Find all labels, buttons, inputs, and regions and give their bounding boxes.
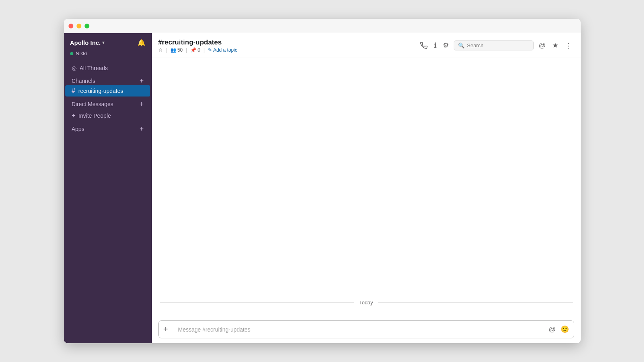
hash-icon: # [72,87,75,95]
star-button[interactable]: ★ [551,40,560,51]
message-input-box: + @ 🙂 [158,320,574,338]
channels-section: Channels + # recruiting-updates [64,74,152,97]
plus-icon: + [164,325,168,334]
search-input[interactable] [467,42,529,48]
workspace-name[interactable]: Apollo Inc. ▾ [70,39,105,46]
apps-section: Apps + [64,122,152,134]
members-meta[interactable]: 👥 50 [170,47,183,53]
more-icon: ⋮ [565,41,573,50]
emoji-icon: 🙂 [561,326,569,333]
dm-section-header: Direct Messages + [65,98,150,109]
today-label: Today [354,300,378,306]
message-area: Today [152,58,581,317]
sidebar-header: Apollo Inc. ▾ 🔔 [64,33,152,50]
sidebar-item-recruiting-updates[interactable]: # recruiting-updates [65,85,150,97]
apps-section-label: Apps [72,126,85,132]
channel-info: #recruiting-updates ☆ | 👥 50 | 📌 [158,38,237,53]
dm-section-label: Direct Messages [72,101,113,107]
members-count: 50 [178,47,183,53]
pins-count: 0 [198,47,200,53]
at-input-icon: @ [549,326,555,333]
add-channel-icon[interactable]: + [139,77,144,84]
user-status: Nikki [64,50,152,62]
today-divider: Today [160,300,573,306]
sidebar-item-invite-people[interactable]: + Invite People [65,110,150,121]
today-line-right [378,302,573,303]
add-dm-icon[interactable]: + [139,101,144,108]
star-meta-icon: ☆ [158,47,163,53]
direct-messages-section: Direct Messages + [64,97,152,109]
channel-header: #recruiting-updates ☆ | 👥 50 | 📌 [152,33,581,58]
search-icon: 🔍 [458,42,464,48]
app-window: Apollo Inc. ▾ 🔔 Nikki ◎ All Threads Cha [64,19,581,343]
settings-button[interactable]: ⚙ [441,40,450,51]
header-actions: ℹ ⚙ 🔍 @ ★ ⋮ [419,39,574,52]
sidebar-item-all-threads[interactable]: ◎ All Threads [65,63,150,73]
channels-section-header: Channels + [65,75,150,85]
add-topic-link[interactable]: ✎ Add a topic [208,47,237,53]
apps-section-header: Apps + [65,123,150,133]
add-topic-icon: ✎ [208,47,212,53]
star-meta[interactable]: ☆ [158,47,163,53]
invite-people-section: + Invite People [64,109,152,122]
fullscreen-button[interactable] [85,24,89,28]
channel-meta: ☆ | 👥 50 | 📌 0 | [158,47,237,53]
online-status-dot [70,52,73,55]
meta-divider-2: | [186,47,187,53]
emoji-button[interactable]: 🙂 [559,324,571,335]
search-box[interactable]: 🔍 [454,40,534,50]
close-button[interactable] [69,24,73,28]
at-icon: @ [539,42,545,50]
pins-icon: 📌 [190,47,196,53]
invite-people-label: Invite People [79,113,111,119]
star-icon: ★ [552,41,558,50]
meta-divider-3: | [204,47,205,53]
all-threads-icon: ◎ [72,65,77,71]
workspace-chevron-icon: ▾ [102,40,105,45]
titlebar [64,19,581,33]
sidebar: Apollo Inc. ▾ 🔔 Nikki ◎ All Threads Cha [64,33,152,343]
app-body: Apollo Inc. ▾ 🔔 Nikki ◎ All Threads Cha [64,33,581,343]
all-threads-label: All Threads [80,65,108,71]
bell-icon[interactable]: 🔔 [137,39,145,46]
info-icon: ℹ [434,41,436,50]
meta-divider-1: | [166,47,167,53]
message-input-area: + @ 🙂 [152,317,581,343]
add-topic-label: Add a topic [213,47,237,53]
today-line-left [160,302,355,303]
add-app-icon[interactable]: + [139,125,144,133]
workspace-name-text: Apollo Inc. [70,39,101,46]
all-threads-section: ◎ All Threads [64,62,152,74]
more-button[interactable]: ⋮ [563,39,574,52]
input-actions: @ 🙂 [544,324,573,335]
info-button[interactable]: ℹ [432,40,438,51]
gear-icon: ⚙ [443,41,449,50]
at-mention-button[interactable]: @ [537,40,547,51]
members-icon: 👥 [170,47,176,53]
message-input[interactable] [173,322,544,337]
phone-button[interactable] [419,40,429,51]
main-content: #recruiting-updates ☆ | 👥 50 | 📌 [152,33,581,343]
pins-meta[interactable]: 📌 0 [190,47,200,53]
channels-section-label: Channels [72,78,95,84]
minimize-button[interactable] [77,24,81,28]
channel-name-label: recruiting-updates [78,88,123,94]
at-input-button[interactable]: @ [547,324,557,335]
user-name-label: Nikki [76,50,87,56]
channel-name-heading: #recruiting-updates [158,38,237,46]
invite-plus-icon: + [72,112,75,119]
attach-button[interactable]: + [159,321,174,338]
